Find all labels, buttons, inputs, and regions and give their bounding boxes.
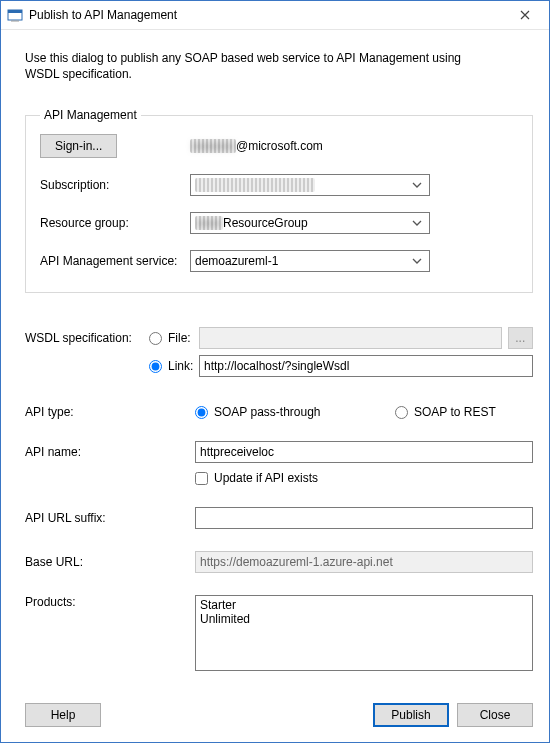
base-url-input xyxy=(195,551,533,573)
dialog-footer: Help Publish Close xyxy=(1,697,549,743)
publish-button[interactable]: Publish xyxy=(373,703,449,727)
wsdl-label: WSDL specification: xyxy=(25,331,149,345)
resource-group-select[interactable]: xxxxResourceGroup xyxy=(190,212,430,234)
wsdl-file-radio[interactable]: File: xyxy=(149,331,199,345)
chevron-down-icon xyxy=(409,258,425,264)
help-button[interactable]: Help xyxy=(25,703,101,727)
api-type-label: API type: xyxy=(25,405,195,419)
intro-text: Use this dialog to publish any SOAP base… xyxy=(25,50,495,82)
close-icon[interactable] xyxy=(503,1,547,29)
api-type-rest-radio[interactable]: SOAP to REST xyxy=(395,405,496,419)
wsdl-file-label: File: xyxy=(168,331,191,345)
title-bar: Publish to API Management xyxy=(1,1,549,30)
chevron-down-icon xyxy=(409,220,425,226)
group-legend: API Management xyxy=(40,108,141,122)
list-item[interactable]: Starter xyxy=(200,598,528,612)
app-icon xyxy=(7,7,23,23)
dialog-content: Use this dialog to publish any SOAP base… xyxy=(1,30,549,697)
wsdl-link-input[interactable] xyxy=(199,355,533,377)
subscription-label: Subscription: xyxy=(40,178,190,192)
wsdl-link-radio[interactable]: Link: xyxy=(149,359,199,373)
browse-button[interactable]: ... xyxy=(508,327,533,349)
products-list[interactable]: Starter Unlimited xyxy=(195,595,533,671)
wsdl-file-input xyxy=(199,327,502,349)
base-url-label: Base URL: xyxy=(25,555,195,569)
service-select[interactable]: demoazureml-1 xyxy=(190,250,430,272)
account-label: xxxxxxx@microsoft.com xyxy=(190,139,323,153)
service-label: API Management service: xyxy=(40,254,190,268)
api-management-group: API Management Sign-in... xxxxxxx@micros… xyxy=(25,108,533,293)
resource-group-label: Resource group: xyxy=(40,216,190,230)
window-title: Publish to API Management xyxy=(29,8,503,22)
api-type-passthrough-radio[interactable]: SOAP pass-through xyxy=(195,405,395,419)
sign-in-button[interactable]: Sign-in... xyxy=(40,134,117,158)
update-if-exists-checkbox[interactable]: Update if API exists xyxy=(195,471,533,485)
api-name-label: API name: xyxy=(25,445,195,459)
close-button[interactable]: Close xyxy=(457,703,533,727)
svg-rect-1 xyxy=(8,10,22,13)
wsdl-link-label: Link: xyxy=(168,359,193,373)
api-name-input[interactable] xyxy=(195,441,533,463)
subscription-select[interactable] xyxy=(190,174,430,196)
api-suffix-input[interactable] xyxy=(195,507,533,529)
api-suffix-label: API URL suffix: xyxy=(25,511,195,525)
list-item[interactable]: Unlimited xyxy=(200,612,528,626)
products-label: Products: xyxy=(25,595,195,609)
chevron-down-icon xyxy=(409,182,425,188)
